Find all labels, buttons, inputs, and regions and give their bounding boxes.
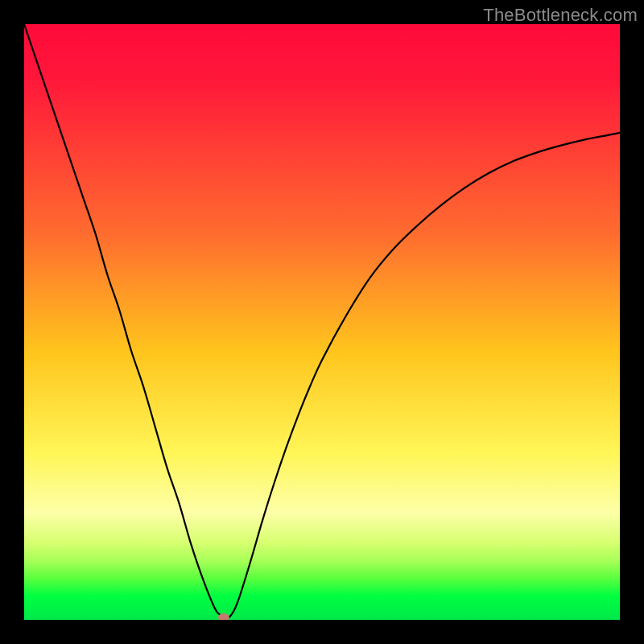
- bottleneck-curve: [24, 24, 620, 619]
- plot-area: [24, 24, 620, 620]
- watermark-text: TheBottleneck.com: [483, 5, 638, 26]
- chart-frame: TheBottleneck.com: [0, 0, 644, 644]
- chart-svg: [24, 24, 620, 620]
